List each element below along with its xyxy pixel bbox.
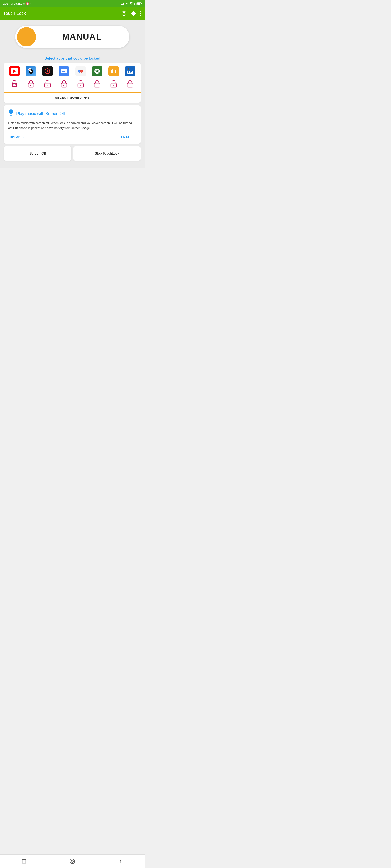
promo-description: Listen to music with screen off. When lo… [8,121,136,130]
main-content: MANUAL Select apps that could be locked [0,20,145,168]
promo-header: Play music with Screen Off [8,110,136,118]
space-icon [42,66,53,76]
svg-rect-44 [128,72,129,73]
vo-label: Vo [125,2,128,5]
lightbulb-icon [8,110,14,118]
soccer-app[interactable] [92,66,103,76]
toggle-knob [17,27,36,46]
network-speed: 38.6KB/s [14,2,25,5]
dot-indicator: • [30,2,31,5]
svg-rect-39 [128,68,129,69]
youtube-icon [9,66,20,76]
lock-icons-row [6,79,138,90]
app-icons-row: 8 1 3 [6,66,138,76]
wifi-icon [129,2,133,5]
svg-rect-41 [128,71,129,72]
toggle-label: MANUAL [36,32,128,42]
soccer-icon [92,66,103,76]
google-icon [75,66,86,76]
promo-card: Play music with Screen Off Listen to mus… [4,105,141,144]
lock-drive [59,79,69,89]
svg-rect-65 [10,116,11,116]
select-apps-section: Select apps that could be locked [4,56,141,161]
status-left: 9:01 PM 38.6KB/s ⏰ • [3,2,31,5]
svg-text:3: 3 [30,69,31,70]
svg-rect-36 [115,69,116,73]
svg-text:8: 8 [31,71,31,72]
help-button[interactable] [121,11,127,16]
apps-card: 8 1 3 [4,63,141,102]
status-right: Vo 54 [121,2,142,5]
apps-grid: 8 1 3 [4,63,141,92]
lock-google [75,79,86,89]
manual-toggle[interactable]: MANUAL [15,26,129,48]
svg-marker-52 [47,85,48,86]
svg-marker-58 [96,85,98,86]
svg-rect-22 [62,70,66,71]
alarm-icon: ⏰ [26,2,29,5]
stop-touchlock-tile[interactable]: Stop TouchLock [73,147,141,161]
app-bar: Touch Lock [0,7,145,20]
svg-marker-56 [80,85,81,86]
svg-rect-42 [130,71,131,72]
svg-rect-2 [141,3,142,4]
svg-marker-60 [113,85,114,86]
svg-point-7 [140,15,141,16]
svg-rect-35 [114,70,114,73]
lock-space [42,79,53,89]
drive-icon [59,66,69,76]
svg-marker-62 [130,85,131,86]
signal-icon [121,2,124,5]
status-bar: 9:01 PM 38.6KB/s ⏰ • Vo 54 [0,0,145,7]
battery-icon: 54 [134,2,142,5]
select-apps-title: Select apps that could be locked [4,56,141,61]
lock-calendar [125,79,135,89]
svg-point-5 [140,11,141,12]
svg-point-28 [79,71,80,72]
svg-rect-1 [137,3,140,5]
billiards-app[interactable]: 8 1 3 [26,66,36,76]
svg-point-32 [96,70,98,72]
svg-marker-50 [30,85,32,86]
enable-button[interactable]: ENABLE [119,134,136,140]
drive-app[interactable] [59,66,69,76]
calendar-app[interactable] [125,66,135,76]
google-assistant-app[interactable] [75,66,86,76]
svg-rect-21 [62,70,66,70]
svg-rect-34 [112,69,113,73]
svg-rect-63 [10,115,12,115]
screen-off-tile[interactable]: Screen Off [4,147,71,161]
time-display: 9:01 PM [3,2,12,5]
svg-point-15 [47,70,48,72]
calendar-icon [125,66,135,76]
toggle-container: MANUAL [4,26,141,48]
svg-text:1: 1 [29,69,30,70]
billiards-icon: 8 1 3 [26,66,36,76]
equalizer-icon [108,66,119,76]
settings-button[interactable] [131,11,136,16]
svg-rect-43 [131,71,132,72]
dismiss-button[interactable]: DISMISS [8,134,25,140]
bottom-tiles: Screen Off Stop TouchLock [4,147,141,161]
app-bar-icons [121,11,141,16]
lock-youtube [9,79,20,89]
more-options-button[interactable] [140,11,141,16]
svg-point-6 [140,13,141,14]
app-title: Touch Lock [3,11,26,16]
select-more-button[interactable]: SELECT MORE APPS [4,93,141,102]
svg-marker-54 [63,85,64,86]
youtube-app[interactable] [9,66,20,76]
equalizer-app[interactable] [108,66,119,76]
promo-title: Play music with Screen Off [16,111,65,116]
svg-rect-23 [62,71,65,72]
lock-billiards [26,79,36,89]
promo-actions: DISMISS ENABLE [8,134,136,140]
lock-equalizer [108,79,119,89]
battery-level: 54 [134,2,137,5]
svg-point-29 [81,71,82,72]
svg-rect-64 [10,115,11,116]
svg-rect-33 [111,70,112,73]
svg-rect-40 [132,68,132,69]
space-game-app[interactable] [42,66,53,76]
lock-soccer [92,79,103,89]
